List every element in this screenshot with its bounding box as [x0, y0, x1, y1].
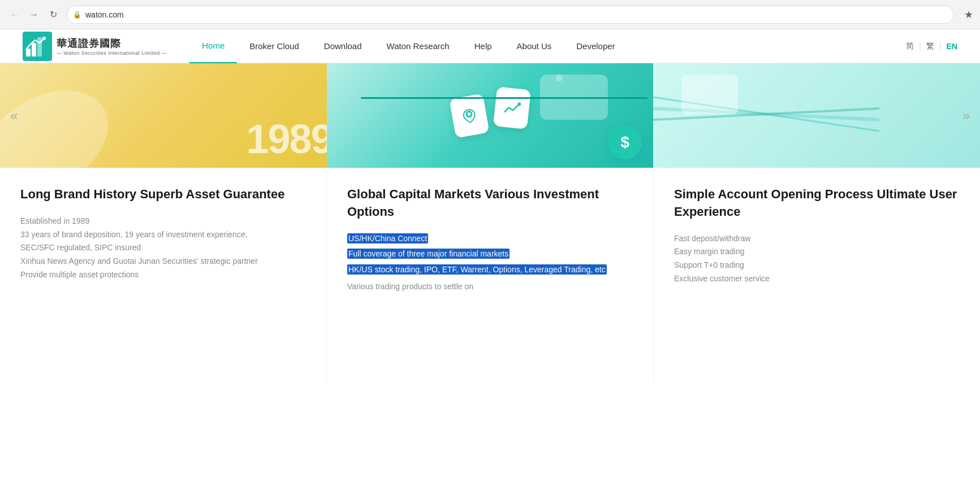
svg-rect-2 [32, 43, 36, 56]
card-brand-history: Long Brand History Superb Asset Guarante… [0, 168, 327, 382]
carousel-slide-yellow: 1989 [0, 63, 327, 168]
lang-divider-1: ｜ [916, 41, 924, 51]
card-account-title: Simple Account Opening Process Ultimate … [674, 186, 960, 221]
global-highlight-1: US/HK/China Connect [347, 232, 633, 246]
cards-section: Long Brand History Superb Asset Guarante… [0, 168, 980, 382]
card-brand-title: Long Brand History Superb Asset Guarante… [20, 186, 306, 203]
global-highlight-text-3: HK/US stock trading, IPO, ETF, Warrent, … [347, 264, 607, 275]
lang-traditional[interactable]: 繁 [926, 41, 934, 51]
logo-text: 華通證券國際 — Waton Securities International … [57, 37, 167, 56]
browser-chrome: ← → ↻ 🔒 waton.com ★ [0, 0, 980, 29]
svg-point-4 [42, 37, 46, 40]
brand-line-5: Provide multiple asset protections [20, 268, 306, 282]
nav-broker-cloud[interactable]: Broker Cloud [237, 29, 312, 63]
slide-teal-light-inner [653, 63, 980, 168]
lang-simplified[interactable]: 简 [906, 41, 914, 51]
svg-rect-12 [681, 75, 738, 114]
card-icons-group [452, 96, 528, 136]
site-header: 華通證券國際 — Waton Securities International … [0, 29, 980, 63]
browser-nav-buttons: ← → ↻ [7, 7, 61, 23]
logo-icon [23, 32, 52, 61]
reload-button[interactable]: ↻ [45, 7, 61, 23]
main-nav: Home Broker Cloud Download Waton Researc… [189, 29, 905, 63]
nav-about-us[interactable]: About Us [504, 29, 564, 63]
logo-english: — Waton Securities International Limited… [57, 50, 167, 56]
nav-developer[interactable]: Developer [564, 29, 627, 63]
chart-card-icon [493, 86, 530, 129]
carousel-slide-teal: $ [327, 63, 654, 168]
svg-rect-3 [37, 37, 42, 56]
dollar-coin-icon: $ [608, 125, 642, 159]
card-brand-body: Established in 1989 33 years of brand de… [20, 215, 306, 282]
logo-chinese: 華通證券國際 [57, 37, 167, 50]
card-account-opening: Simple Account Opening Process Ultimate … [654, 168, 980, 382]
bookmark-button[interactable]: ★ [964, 8, 973, 21]
carousel: 1989 $ [0, 63, 980, 168]
account-line-1: Fast deposit/withdraw [674, 232, 960, 246]
nav-download[interactable]: Download [312, 29, 374, 63]
global-highlight-3: HK/US stock trading, IPO, ETF, Warrent, … [347, 263, 633, 277]
back-button[interactable]: ← [7, 7, 23, 23]
global-plain-1: Various trading products to settle on [347, 280, 633, 294]
teal-decorative-line [361, 97, 648, 99]
account-line-2: Easy margin trading [674, 245, 960, 259]
url-text: waton.com [85, 10, 124, 19]
year-display: 1989 [247, 116, 327, 162]
brand-line-4: Xinhua News Agency and Guotai Junan Secu… [20, 255, 306, 268]
main-content: 1989 $ [0, 63, 980, 382]
nav-help[interactable]: Help [462, 29, 504, 63]
nav-home[interactable]: Home [189, 29, 237, 63]
carousel-slide-teal-light [653, 63, 980, 168]
card-global-markets: Global Capital Markets Various Investmen… [327, 168, 654, 382]
security-icon: 🔒 [73, 11, 81, 19]
lang-divider-2: ｜ [936, 41, 944, 51]
global-highlight-text-2: Full coverage of three major financial m… [347, 249, 510, 259]
global-highlight-2: Full coverage of three major financial m… [347, 247, 633, 261]
account-line-4: Exclusive customer service [674, 272, 960, 286]
brand-line-2: 33 years of brand deposition, 19 years o… [20, 228, 306, 242]
nav-waton-research[interactable]: Waton Research [374, 29, 462, 63]
lang-english[interactable]: EN [947, 42, 957, 51]
card-global-body: US/HK/China Connect Full coverage of thr… [347, 232, 633, 294]
address-bar[interactable]: 🔒 waton.com [67, 6, 954, 24]
forward-button[interactable]: → [26, 7, 42, 23]
carousel-next-button[interactable]: » [958, 103, 974, 128]
carousel-prev-button[interactable]: « [6, 103, 22, 128]
language-switcher: 简 ｜ 繁 ｜ EN [906, 41, 957, 51]
location-card-icon [449, 93, 489, 138]
global-highlight-text-1: US/HK/China Connect [347, 233, 428, 243]
brand-line-3: SEC/SFC regulated, SIPC insured [20, 241, 306, 255]
logo[interactable]: 華通證券國際 — Waton Securities International … [23, 32, 167, 61]
teal-abstract-lines [653, 63, 980, 168]
card-global-title: Global Capital Markets Various Investmen… [347, 186, 633, 221]
card-account-body: Fast deposit/withdraw Easy margin tradin… [674, 232, 960, 286]
brand-line-1: Established in 1989 [20, 215, 306, 228]
account-line-3: Support T+0 trading [674, 259, 960, 272]
